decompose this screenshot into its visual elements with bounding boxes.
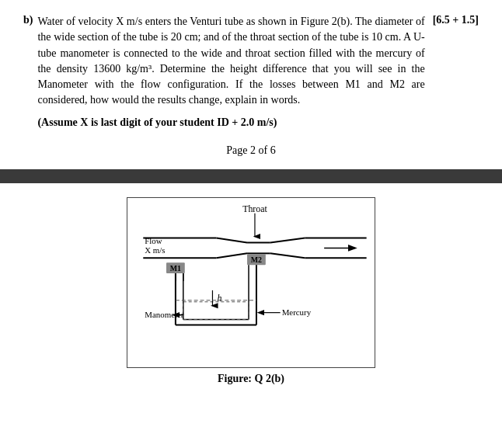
page-container: b) Water of velocity X m/s enters the Ve…: [0, 0, 502, 169]
manometer-label: Manometer: [145, 310, 184, 319]
svg-line-9: [270, 253, 305, 258]
diagram-wrapper: Throat: [127, 197, 375, 368]
mercury-fill: [183, 302, 249, 320]
problem-b: b) Water of velocity X m/s enters the Ve…: [23, 14, 479, 130]
marks: [6.5 + 1.5]: [433, 14, 479, 130]
diagram-svg: Throat: [127, 198, 375, 367]
svg-line-7: [216, 253, 247, 258]
page-number: Page 2 of 6: [23, 144, 479, 157]
h-label: h: [217, 293, 221, 304]
assume-text: (Assume X is last digit of your student …: [37, 116, 277, 128]
problem-text: Water of velocity X m/s enters the Ventu…: [37, 14, 424, 109]
dark-bar: [0, 169, 502, 183]
mercury-label: Mercury: [282, 307, 312, 317]
svg-line-4: [270, 238, 305, 243]
figure-section: Throat: [0, 197, 502, 385]
svg-line-2: [216, 238, 247, 243]
figure-caption: Figure: Q 2(b): [218, 373, 284, 385]
flow-unit-label: X m/s: [145, 245, 165, 255]
problem-label: b): [23, 14, 33, 130]
m2-label: M2: [251, 255, 262, 264]
flow-label: Flow: [145, 237, 162, 246]
m1-label: M1: [170, 264, 181, 273]
throat-label: Throat: [242, 203, 267, 214]
assume-line: (Assume X is last digit of your student …: [37, 115, 424, 130]
